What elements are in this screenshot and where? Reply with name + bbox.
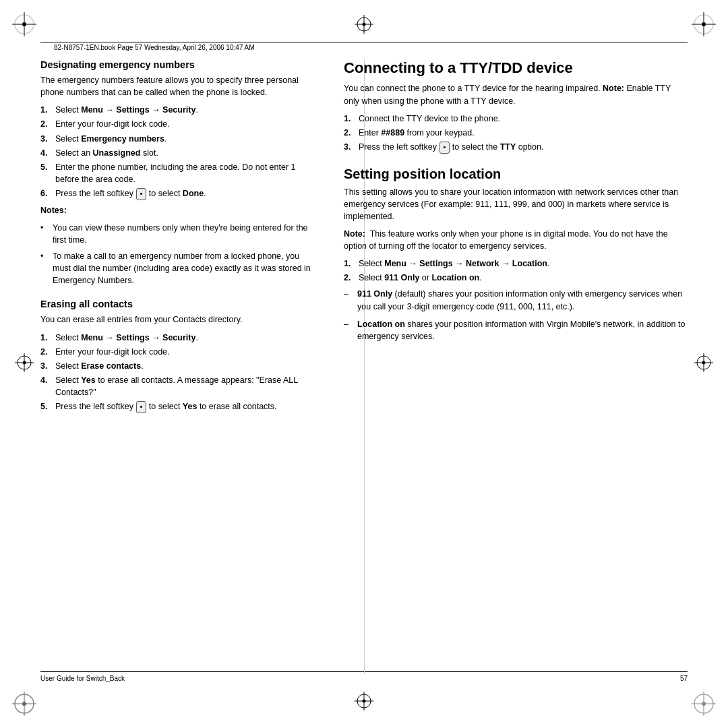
position-sub-items: – 911 Only (default) shares your positio…: [344, 288, 688, 342]
center-mark-top: [355, 15, 373, 36]
position-steps: 1. Select Menu → Settings → Network → Lo…: [344, 257, 688, 284]
tty-intro: You can connect the phone to a TTY devic…: [344, 82, 688, 107]
header-bar: 82-N8757-1EN.book Page 57 Wednesday, Apr…: [40, 42, 688, 53]
erase-intro: You can erase all entries from your Cont…: [40, 313, 317, 326]
heading-erase-contacts: Erasing all contacts: [40, 299, 317, 309]
heading-tty: Connecting to a TTY/TDD device: [344, 59, 688, 77]
softkey-icon-3: •: [439, 142, 450, 154]
position-intro: This setting allows you to share your lo…: [344, 186, 688, 222]
center-mark-bottom: [355, 692, 373, 713]
main-content: Designating emergency numbers The emerge…: [40, 59, 688, 674]
section-erase-contacts: Erasing all contacts You can erase all e…: [40, 299, 317, 413]
emergency-steps: 1. Select Menu → Settings → Security. 2.…: [40, 104, 317, 200]
erase-step-1: 1. Select Menu → Settings → Security.: [40, 332, 317, 344]
left-column: Designating emergency numbers The emerge…: [40, 59, 324, 674]
erase-step-2: 2. Enter your four-digit lock code.: [40, 346, 317, 358]
sub-item-911: – 911 Only (default) shares your positio…: [344, 288, 688, 312]
erase-step-4: 4. Select Yes to erase all contacts. A m…: [40, 374, 317, 398]
erase-step-5: 5. Press the left softkey • to select Ye…: [40, 400, 317, 413]
tty-step-3: 3. Press the left softkey • to select th…: [344, 141, 688, 154]
step-5: 5. Enter the phone number, including the…: [40, 161, 317, 185]
heading-position-location: Setting position location: [344, 166, 688, 182]
tty-steps: 1. Connect the TTY device to the phone. …: [344, 113, 688, 154]
note-2: To make a call to an emergency number fr…: [40, 250, 317, 286]
right-column: Connecting to a TTY/TDD device You can c…: [344, 59, 688, 674]
pos-step-1: 1. Select Menu → Settings → Network → Lo…: [344, 257, 688, 270]
notes-label: Notes:: [40, 204, 317, 216]
notes-list: You can view these numbers only when the…: [40, 222, 317, 287]
tty-step-2: 2. Enter ##889 from your keypad.: [344, 127, 688, 139]
step-6: 6. Press the left softkey • to select Do…: [40, 187, 317, 200]
corner-mark-tr: [692, 12, 716, 36]
corner-mark-bl: [12, 692, 36, 716]
step-4: 4. Select an Unassigned slot.: [40, 147, 317, 159]
heading-emergency-numbers: Designating emergency numbers: [40, 59, 317, 70]
footer-right: 57: [680, 675, 688, 682]
step-1: 1. Select Menu → Settings → Security.: [40, 104, 317, 116]
erase-steps: 1. Select Menu → Settings → Security. 2.…: [40, 332, 317, 413]
footer-left: User Guide for Switch_Back: [40, 675, 125, 682]
corner-mark-br: [692, 692, 716, 716]
step-3: 3. Select Emergency numbers.: [40, 133, 317, 145]
softkey-icon: •: [136, 188, 147, 200]
center-mark-left: [15, 353, 34, 375]
section-position-location: Setting position location This setting a…: [344, 166, 688, 342]
softkey-icon-2: •: [136, 401, 147, 413]
center-mark-right: [694, 353, 713, 375]
note-1: You can view these numbers only when the…: [40, 222, 317, 246]
step-2: 2. Enter your four-digit lock code.: [40, 118, 317, 130]
section-emergency-numbers: Designating emergency numbers The emerge…: [40, 59, 317, 286]
section-tty: Connecting to a TTY/TDD device You can c…: [344, 59, 688, 154]
corner-mark-tl: [12, 12, 36, 36]
tty-step-1: 1. Connect the TTY device to the phone.: [344, 113, 688, 125]
erase-step-3: 3. Select Erase contacts.: [40, 360, 317, 372]
position-note: Note: This feature works only when your …: [344, 228, 688, 252]
sub-item-location-on: – Location on shares your position infor…: [344, 318, 688, 342]
emergency-intro: The emergency numbers feature allows you…: [40, 74, 317, 98]
header-text: 82-N8757-1EN.book Page 57 Wednesday, Apr…: [54, 44, 255, 51]
pos-step-2: 2. Select 911 Only or Location on.: [344, 272, 688, 284]
